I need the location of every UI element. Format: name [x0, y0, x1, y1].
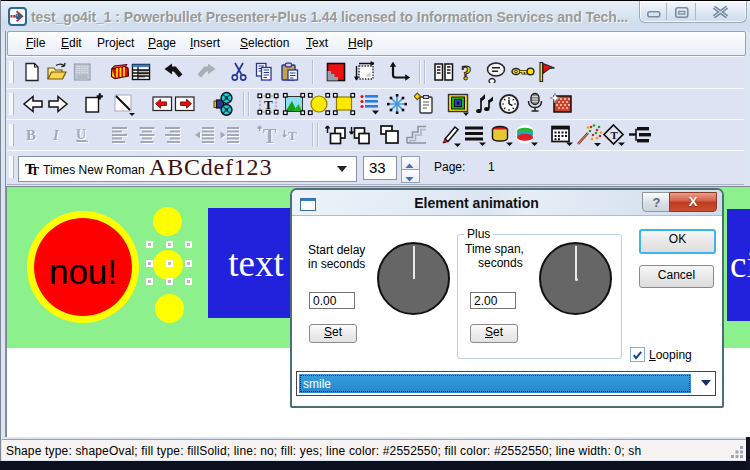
svg-text:T: T — [611, 129, 619, 141]
svg-text:T: T — [288, 128, 297, 143]
svg-text:U: U — [76, 127, 86, 142]
svg-text:?: ? — [461, 61, 472, 85]
svg-text:I: I — [52, 127, 60, 143]
svg-text:T: T — [31, 164, 39, 176]
svg-text:T: T — [264, 97, 273, 112]
svg-text:T: T — [263, 125, 277, 147]
svg-text:B: B — [26, 127, 36, 143]
